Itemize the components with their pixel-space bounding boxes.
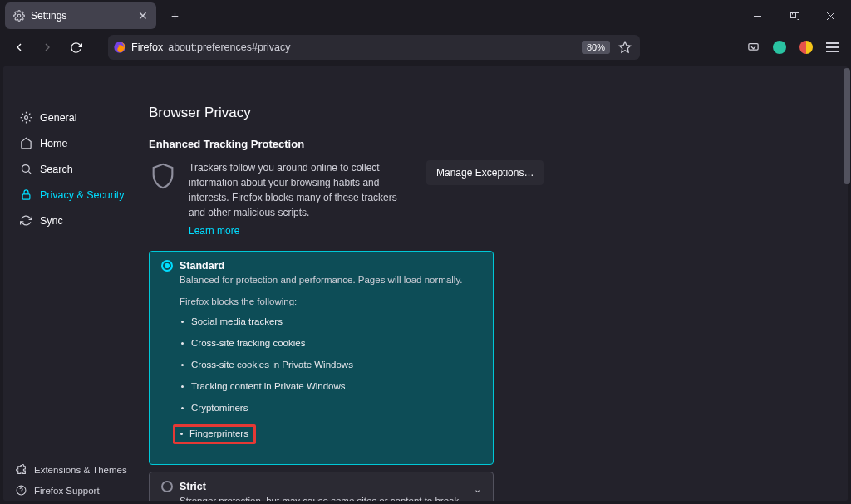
list-item: Social media trackers — [180, 313, 481, 330]
list-item: Cross-site tracking cookies — [180, 335, 481, 351]
protection-option-standard[interactable]: Standard Balanced for protection and per… — [149, 251, 494, 465]
list-item: Cryptominers — [180, 399, 481, 416]
gear-icon — [20, 111, 32, 124]
sidebar-extensions-themes[interactable]: Extensions & Themes — [3, 459, 149, 480]
sidebar-item-sync[interactable]: Sync — [8, 209, 144, 232]
sidebar-item-privacy[interactable]: Privacy & Security — [8, 183, 144, 206]
pocket-icon[interactable] — [741, 36, 765, 59]
option-title: Strict — [180, 481, 206, 492]
bookmark-star-icon[interactable] — [618, 41, 632, 54]
protection-option-strict[interactable]: Strict ⌄ Stronger protection, but may ca… — [149, 472, 494, 501]
extension-icon-2[interactable] — [794, 36, 818, 59]
svg-rect-8 — [22, 194, 30, 199]
svg-point-6 — [25, 116, 28, 120]
radio-strict[interactable] — [161, 481, 173, 492]
sidebar-item-label: Search — [40, 164, 73, 175]
sidebar-item-home[interactable]: Home — [8, 132, 144, 154]
browser-toolbar: Firefox about:preferences#privacy 80% — [0, 32, 851, 63]
radio-standard[interactable] — [161, 260, 173, 272]
section-title: Enhanced Tracking Protection — [149, 138, 831, 150]
url-value: about:preferences#privacy — [168, 42, 577, 53]
shield-icon — [149, 160, 177, 192]
titlebar: Settings ✕ — [0, 0, 851, 32]
list-item-fingerprinters: Fingerprinters — [180, 421, 481, 448]
maximize-button[interactable] — [776, 2, 811, 29]
list-item: Cross-site cookies in Private Windows — [180, 356, 481, 373]
manage-exceptions-button[interactable]: Manage Exceptions… — [426, 160, 544, 185]
back-button[interactable] — [7, 35, 32, 60]
tracking-description: Trackers follow you around online to col… — [189, 160, 405, 220]
sidebar-footer-label: Extensions & Themes — [34, 465, 127, 475]
svg-point-7 — [22, 165, 30, 173]
learn-more-link[interactable]: Learn more — [189, 225, 239, 237]
gear-icon — [13, 10, 25, 22]
sync-icon — [20, 214, 32, 227]
tab-close-icon[interactable]: ✕ — [138, 9, 148, 22]
puzzle-icon — [15, 463, 27, 476]
option-title: Standard — [180, 260, 224, 272]
zoom-indicator[interactable]: 80% — [582, 41, 610, 54]
option-subtitle: Balanced for protection and performance.… — [180, 275, 481, 285]
firefox-icon — [113, 41, 126, 54]
browser-tab[interactable]: Settings ✕ — [5, 2, 156, 29]
tracking-protection-header: Trackers follow you around online to col… — [149, 160, 831, 237]
scrollbar[interactable] — [844, 68, 850, 184]
app-menu-button[interactable] — [821, 36, 844, 59]
search-icon — [20, 163, 32, 175]
lock-icon — [20, 188, 32, 201]
sidebar-item-label: Sync — [40, 215, 63, 227]
sidebar-item-label: Privacy & Security — [40, 189, 124, 201]
new-tab-button[interactable] — [163, 4, 186, 27]
svg-rect-1 — [790, 12, 795, 17]
blocks-label: Firefox blocks the following: — [180, 296, 481, 306]
close-button[interactable] — [813, 2, 848, 29]
chevron-down-icon[interactable]: ⌄ — [474, 484, 481, 495]
standard-blocks-list: Social media trackers Cross-site trackin… — [180, 313, 481, 448]
sidebar-firefox-support[interactable]: Firefox Support — [3, 480, 149, 501]
question-icon — [15, 484, 27, 497]
page-title: Browser Privacy — [149, 105, 831, 121]
reload-button[interactable] — [63, 35, 88, 60]
home-icon — [20, 137, 32, 149]
sidebar-footer-label: Firefox Support — [34, 486, 100, 496]
window-controls — [740, 2, 851, 29]
settings-main-panel: Browser Privacy Enhanced Tracking Protec… — [149, 66, 848, 501]
minimize-button[interactable] — [740, 2, 775, 29]
fingerprinters-highlight: Fingerprinters — [173, 424, 256, 444]
sidebar-item-general[interactable]: General — [8, 106, 144, 129]
sidebar-item-search[interactable]: Search — [8, 158, 144, 180]
option-subtitle: Stronger protection, but may cause some … — [180, 496, 481, 501]
url-bar[interactable]: Firefox about:preferences#privacy 80% — [108, 35, 640, 60]
forward-button[interactable] — [35, 35, 60, 60]
svg-point-0 — [17, 14, 21, 17]
list-item: Tracking content in Private Windows — [180, 378, 481, 394]
sidebar-item-label: Home — [40, 138, 67, 149]
extension-icon-1[interactable] — [768, 36, 791, 59]
sidebar-item-label: General — [40, 112, 76, 124]
tab-title: Settings — [31, 10, 132, 22]
settings-sidebar: General Home Search Privacy & Security S… — [3, 66, 149, 501]
svg-marker-3 — [619, 42, 630, 52]
url-label: Firefox — [131, 42, 163, 53]
